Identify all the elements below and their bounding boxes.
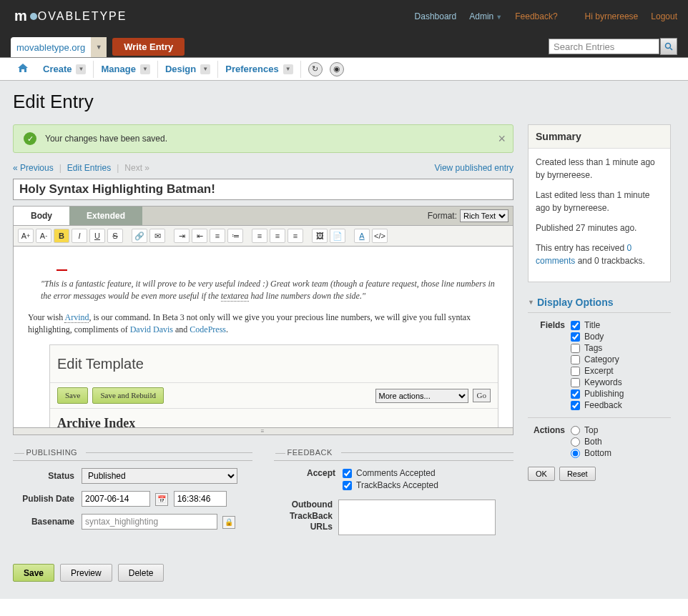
basename-label: Basename [13, 517, 82, 527]
indent-icon[interactable]: ⇥ [174, 229, 190, 243]
font-decrease-icon[interactable]: A- [36, 229, 51, 243]
page-body: Edit Entry ✓ Your changes have been save… [0, 81, 688, 599]
bold-icon[interactable]: B [54, 229, 69, 243]
feedback-link[interactable]: Feedback? [515, 11, 557, 21]
field-option-body[interactable]: Body [571, 332, 624, 342]
screenshot-go-button: Go [473, 389, 491, 402]
text-color-icon[interactable]: A [354, 229, 370, 243]
prev-link[interactable]: « Previous [13, 163, 54, 173]
view-published-link[interactable]: View published entry [434, 163, 513, 173]
format-select[interactable]: Rich Text [460, 209, 508, 222]
menu-preferences[interactable]: Preferences▼ [218, 61, 300, 78]
david-davis-link[interactable]: David Davis [130, 324, 173, 334]
status-select[interactable]: Published [82, 468, 237, 484]
menu-manage[interactable]: Manage▼ [94, 61, 157, 78]
trackbacks-checkbox[interactable] [343, 481, 352, 490]
greeting-link[interactable]: Hi byrnereese [585, 11, 639, 21]
italic-icon[interactable]: I [72, 229, 87, 243]
edit-entries-link[interactable]: Edit Entries [67, 163, 111, 173]
align-left-icon[interactable]: ≡ [252, 229, 267, 243]
field-checkbox[interactable] [571, 401, 580, 410]
menu-create[interactable]: Create▼ [36, 61, 94, 78]
preview-button[interactable]: Preview [60, 564, 112, 582]
calendar-icon[interactable]: 📅 [155, 493, 168, 506]
field-option-keywords[interactable]: Keywords [571, 377, 624, 387]
entry-title-input[interactable] [13, 179, 513, 200]
field-option-title[interactable]: Title [571, 320, 624, 330]
field-checkbox[interactable] [571, 321, 580, 330]
lock-icon[interactable]: 🔒 [222, 516, 235, 529]
save-button[interactable]: Save [13, 564, 54, 582]
search-button[interactable] [660, 38, 677, 55]
codepress-link[interactable]: CodePress [190, 324, 226, 334]
link-icon[interactable]: 🔗 [132, 229, 147, 243]
html-icon[interactable]: </> [372, 229, 388, 243]
field-checkbox[interactable] [571, 344, 580, 353]
screenshot-heading: Archive Index [50, 409, 498, 428]
action-option-top[interactable]: Top [571, 425, 611, 435]
nav-row: movabletype.org ▼ Write Entry [0, 32, 688, 58]
field-checkbox[interactable] [571, 378, 580, 387]
font-increase-icon[interactable]: A+ [18, 229, 34, 243]
resize-handle[interactable]: ≡ [13, 428, 513, 435]
action-radio[interactable] [571, 437, 580, 447]
delete-button[interactable]: Delete [118, 564, 164, 582]
refresh-icon[interactable]: ↻ [308, 62, 323, 76]
editor-toolbar: A+ A- B I U S 🔗 ✉ ⇥ ⇤ ≡ ≔ ≡ ≡ ≡ 🖼 [13, 225, 513, 246]
home-icon[interactable] [10, 63, 36, 76]
write-entry-button[interactable]: Write Entry [112, 38, 185, 56]
arvind-link[interactable]: Arvind [64, 312, 89, 323]
outbound-urls-textarea[interactable] [338, 500, 496, 535]
field-option-feedback[interactable]: Feedback [571, 400, 624, 410]
outdent-icon[interactable]: ⇤ [192, 229, 207, 243]
feedback-fieldset: —FEEDBACK Accept Comments Accepted Track… [274, 447, 513, 542]
align-center-icon[interactable]: ≡ [270, 229, 285, 243]
dashboard-link[interactable]: Dashboard [415, 11, 457, 21]
publishing-fieldset: —PUBLISHING Status Published Publish Dat… [13, 447, 252, 542]
bullet-list-icon[interactable]: ≡ [210, 229, 225, 243]
field-option-category[interactable]: Category [571, 354, 624, 364]
action-option-bottom[interactable]: Bottom [571, 448, 611, 458]
logout-link[interactable]: Logout [651, 11, 677, 21]
comments-checkbox[interactable] [343, 469, 352, 478]
reset-button[interactable]: Reset [559, 467, 596, 481]
admin-menu[interactable]: Admin▼ [469, 11, 502, 21]
action-radio[interactable] [571, 426, 580, 435]
action-option-both[interactable]: Both [571, 437, 611, 447]
field-option-tags[interactable]: Tags [571, 343, 624, 353]
file-icon[interactable]: 📄 [330, 229, 345, 243]
field-option-publishing[interactable]: Publishing [571, 389, 624, 399]
tab-body[interactable]: Body [14, 207, 69, 225]
image-icon[interactable]: 🖼 [312, 229, 328, 243]
action-radio[interactable] [571, 449, 580, 458]
editor-quote: "This is a fantastic feature, it will pr… [41, 278, 498, 302]
align-right-icon[interactable]: ≡ [288, 229, 303, 243]
underline-icon[interactable]: U [89, 229, 105, 243]
top-bar: mOVABLETYPE Dashboard Admin▼ Feedback? H… [0, 0, 688, 32]
summary-panel: Summary Created less than 1 minute ago b… [528, 124, 671, 282]
field-checkbox[interactable] [571, 332, 580, 342]
field-checkbox[interactable] [571, 355, 580, 364]
basename-input[interactable] [82, 514, 217, 530]
field-checkbox[interactable] [571, 367, 580, 376]
search-input[interactable] [549, 39, 659, 54]
display-options-heading[interactable]: ▼Display Options [528, 292, 671, 313]
field-option-excerpt[interactable]: Excerpt [571, 366, 624, 376]
field-checkbox[interactable] [571, 389, 580, 399]
ok-button[interactable]: OK [528, 467, 555, 481]
close-icon[interactable]: × [498, 131, 506, 146]
menu-design[interactable]: Design▼ [158, 61, 218, 78]
blog-selector[interactable]: movabletype.org [11, 37, 91, 57]
strike-icon[interactable]: S [107, 229, 123, 243]
view-icon[interactable]: ◉ [330, 62, 344, 76]
number-list-icon[interactable]: ≔ [227, 229, 243, 243]
date-input[interactable] [82, 491, 150, 507]
editor-body[interactable]: "This is a fantastic feature, it will pr… [13, 246, 513, 428]
time-input[interactable] [174, 491, 227, 507]
tab-extended[interactable]: Extended [69, 207, 142, 225]
triangle-down-icon: ▼ [528, 299, 534, 306]
email-icon[interactable]: ✉ [149, 229, 165, 243]
screenshot-save-button: Save [57, 387, 88, 404]
blog-selector-arrow[interactable]: ▼ [91, 37, 107, 57]
main-column: ✓ Your changes have been saved. × « Prev… [13, 124, 513, 582]
